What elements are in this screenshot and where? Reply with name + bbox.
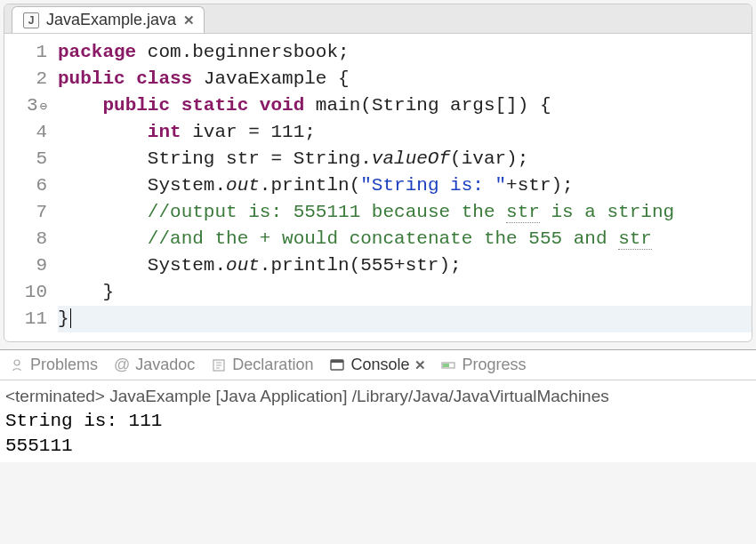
code-line[interactable]: System.out.println(555+str); — [58, 252, 752, 279]
line-number: 8 — [4, 226, 47, 252]
line-number: 4 — [4, 119, 47, 146]
console-output-line: 555111 — [5, 434, 751, 459]
tab-declaration-label: Declaration — [232, 356, 313, 374]
code-line[interactable]: package com.beginnersbook; — [58, 39, 752, 66]
line-number: 3⊖ — [4, 92, 47, 119]
code-line[interactable]: public class JavaExample { — [58, 66, 752, 92]
line-number: 10 — [4, 279, 47, 306]
problems-icon — [9, 357, 25, 373]
editor-tab[interactable]: J JavaExample.java ✕ — [12, 6, 205, 33]
console-output-line: String is: 111 — [5, 409, 751, 434]
bottom-tab-bar: Problems @ Javadoc Declaration Console ✕… — [0, 350, 756, 380]
svg-rect-3 — [331, 360, 343, 363]
code-line[interactable]: } — [58, 306, 752, 332]
line-number: 7 — [4, 199, 47, 226]
code-area[interactable]: 123⊖4567891011 package com.beginnersbook… — [4, 34, 752, 341]
code-line[interactable]: } — [58, 279, 752, 306]
editor-tab-filename: JavaExample.java — [46, 11, 176, 29]
code-line[interactable]: public static void main(String args[]) { — [58, 92, 752, 119]
tab-declaration[interactable]: Declaration — [211, 356, 313, 374]
tab-javadoc[interactable]: @ Javadoc — [114, 356, 195, 374]
progress-icon — [440, 357, 456, 373]
svg-rect-5 — [443, 364, 449, 367]
close-icon[interactable]: ✕ — [183, 12, 193, 28]
tab-console[interactable]: Console ✕ — [329, 356, 424, 374]
line-number: 2 — [4, 66, 47, 92]
line-number: 11 — [4, 306, 47, 332]
editor-tab-bar: J JavaExample.java ✕ — [4, 4, 752, 34]
tab-problems-label: Problems — [30, 356, 98, 374]
bottom-panel: Problems @ Javadoc Declaration Console ✕… — [0, 349, 756, 462]
tab-problems[interactable]: Problems — [9, 356, 98, 374]
java-file-icon: J — [23, 12, 39, 28]
console-status: <terminated> JavaExample [Java Applicati… — [5, 384, 751, 409]
code-line[interactable]: String str = String.valueOf(ivar); — [58, 146, 752, 172]
tab-progress-label: Progress — [462, 356, 526, 374]
tab-console-label: Console — [350, 356, 409, 374]
code-content[interactable]: package com.beginnersbook;public class J… — [52, 39, 752, 332]
console-icon — [329, 357, 345, 373]
line-number: 6 — [4, 172, 47, 199]
tab-javadoc-label: Javadoc — [135, 356, 195, 374]
code-line[interactable]: System.out.println("String is: "+str); — [58, 172, 752, 199]
close-icon[interactable]: ✕ — [414, 357, 424, 373]
text-cursor — [69, 308, 71, 329]
code-line[interactable]: //and the + would concatenate the 555 an… — [58, 226, 752, 252]
console-body: <terminated> JavaExample [Java Applicati… — [0, 380, 756, 462]
line-number: 9 — [4, 252, 47, 279]
code-line[interactable]: //output is: 555111 because the str is a… — [58, 199, 752, 226]
line-number: 5 — [4, 146, 47, 172]
tab-progress[interactable]: Progress — [440, 356, 526, 374]
line-gutter: 123⊖4567891011 — [4, 39, 52, 332]
javadoc-icon: @ — [114, 356, 130, 374]
line-number: 1 — [4, 39, 47, 66]
fold-icon[interactable]: ⊖ — [40, 100, 47, 114]
declaration-icon — [211, 357, 227, 373]
editor-panel: J JavaExample.java ✕ 123⊖4567891011 pack… — [4, 4, 752, 342]
code-line[interactable]: int ivar = 111; — [58, 119, 752, 146]
svg-point-0 — [14, 360, 20, 365]
